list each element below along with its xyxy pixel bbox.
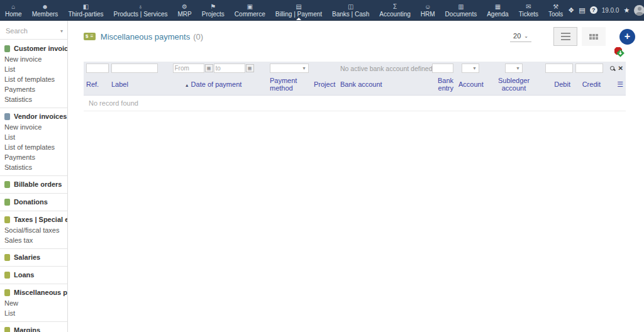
section-label: Salaries	[14, 253, 40, 261]
nav-tab-hrm[interactable]: ☺ HRM	[416, 0, 440, 20]
nav-label: MRP	[177, 11, 191, 18]
printer-icon[interactable]: ▤	[579, 6, 585, 14]
sidebar-item-statistics[interactable]: Statistics	[0, 94, 67, 104]
user-menu[interactable]: admin ▾	[634, 5, 644, 16]
sidebar-header-taxes[interactable]: Taxes | Special expe…	[0, 214, 67, 225]
column-header-bank-entry[interactable]: Bank entry	[426, 77, 456, 92]
column-header-credit[interactable]: Credit	[573, 80, 603, 88]
sidebar-item-new[interactable]: New	[0, 298, 67, 308]
calendar-icon[interactable]: ▦	[246, 64, 254, 72]
list-view-icon	[561, 36, 570, 37]
sidebar-header-donations[interactable]: Donations	[0, 196, 67, 208]
column-header-bank-account[interactable]: Bank account	[338, 80, 426, 88]
sidebar-item-statistics[interactable]: Statistics	[0, 162, 67, 172]
nav-tab-products-services[interactable]: ♁ Products | Services	[109, 0, 173, 20]
divider	[0, 211, 67, 211]
payment-badge-icon: $ ≡	[84, 33, 96, 40]
sidebar-section-miscellaneous-payments: Miscellaneous paym… New List	[0, 287, 67, 322]
filter-credit-input[interactable]	[575, 64, 603, 73]
nav-tab-mrp[interactable]: ⚙ MRP	[172, 0, 196, 20]
column-header-debit[interactable]: Debit	[543, 80, 573, 88]
filter-subledger-select[interactable]: ▼	[505, 64, 523, 73]
new-record-button[interactable]: +	[619, 29, 635, 45]
list-view-button[interactable]	[553, 27, 577, 46]
sidebar-item-new-invoice[interactable]: New invoice	[0, 54, 67, 64]
sidebar-item-list-of-templates[interactable]: List of templates	[0, 74, 67, 84]
nav-tab-agenda[interactable]: ▦ Agenda	[482, 0, 513, 20]
sidebar-item-list-of-templates[interactable]: List of templates	[0, 142, 67, 152]
sidebar-header-customer-invoices[interactable]: Customer invoices	[0, 43, 67, 54]
sidebar-item-payments[interactable]: Payments	[0, 84, 67, 94]
page-title: Miscellaneous payments	[101, 32, 190, 42]
column-header-date-label: Date of payment	[191, 80, 242, 88]
filter-date-to-input[interactable]	[214, 64, 245, 73]
sidebar-item-list[interactable]: List	[0, 132, 67, 142]
member-icon: ☻	[42, 4, 48, 10]
title-bar: $ ≡ Miscellaneous payments (0) 20 ⌄ +	[84, 26, 635, 47]
filter-debit-input[interactable]	[545, 64, 573, 73]
sidebar-item-list[interactable]: List	[0, 308, 67, 318]
nav-tab-commerce[interactable]: ▣ Commerce	[230, 0, 270, 20]
search-filter-icon[interactable]	[610, 66, 614, 70]
grid-view-button[interactable]	[582, 27, 606, 46]
filter-label-input[interactable]	[111, 64, 158, 73]
nav-tab-billing-payment[interactable]: ▤ Billing | Payment	[270, 0, 327, 20]
gear-icon: ⚙	[182, 4, 187, 10]
filter-ref-input[interactable]	[86, 64, 109, 73]
column-header-account[interactable]: Account	[456, 80, 485, 88]
sidebar-header-miscellaneous-payments[interactable]: Miscellaneous paym…	[0, 287, 67, 298]
nav-tab-tools[interactable]: ⚒ Tools	[543, 0, 568, 20]
home-icon: ⌂	[11, 4, 15, 10]
sidebar-section-vendor-invoices: Vendor invoices New invoice List List of…	[0, 111, 67, 176]
invoice-icon: ▤	[296, 4, 301, 10]
select-columns-icon[interactable]: ☰	[617, 80, 623, 88]
bookmark-star-icon[interactable]: ★	[623, 6, 630, 14]
sidebar-item-social-fiscal-taxes[interactable]: Social/fiscal taxes	[0, 225, 67, 235]
chevron-down-icon: ▼	[302, 66, 306, 70]
sidebar-item-sales-tax[interactable]: Sales tax	[0, 235, 67, 245]
section-label: Taxes | Special expe…	[14, 216, 67, 223]
column-header-payment-method[interactable]: Payment method	[267, 77, 311, 92]
invoice-icon	[4, 113, 10, 120]
nav-tab-accounting[interactable]: Σ Accounting	[374, 0, 415, 20]
filter-payment-method-select[interactable]: ▼	[270, 64, 309, 73]
sidebar-item-list[interactable]: List	[0, 64, 67, 74]
nav-tab-documents[interactable]: ▥ Documents	[440, 0, 482, 20]
page-size-select[interactable]: 20 ⌄	[510, 31, 531, 42]
nav-tab-projects[interactable]: ⚑ Projects	[197, 0, 230, 20]
calendar-icon[interactable]: ▦	[205, 64, 213, 72]
section-label: Loans	[14, 271, 34, 279]
filter-bank-entry-input[interactable]	[432, 64, 453, 73]
nav-tab-third-parties[interactable]: ◧ Third-parties	[63, 0, 108, 20]
column-header-ref[interactable]: Ref.	[84, 80, 109, 88]
search-input[interactable]	[4, 26, 51, 35]
column-header-subledger[interactable]: Subledger account	[485, 77, 543, 92]
filter-date-from-input[interactable]	[173, 64, 204, 73]
clear-filter-icon[interactable]: ✕	[618, 65, 623, 72]
tools-icon: ⚒	[553, 4, 558, 10]
top-right-toolbar: ❖ ▤ ? 19.0.0 ★ admin ▾	[568, 0, 644, 20]
filter-account-select[interactable]: ▼	[462, 64, 479, 73]
sidebar-header-loans[interactable]: Loans	[0, 269, 67, 280]
sidebar-header-billable-orders[interactable]: Billable orders	[0, 179, 67, 190]
column-header-date[interactable]: ▲Date of payment	[159, 80, 267, 88]
nav-tab-members[interactable]: ☻ Members	[27, 0, 64, 20]
nav-tab-home[interactable]: ⌂ Home	[0, 0, 27, 20]
sidebar-header-salaries[interactable]: Salaries	[0, 252, 67, 263]
sidebar-header-vendor-invoices[interactable]: Vendor invoices	[0, 111, 67, 122]
chevron-down-icon: ⌄	[524, 33, 528, 39]
nav-tab-banks-cash[interactable]: ◫ Banks | Cash	[327, 0, 374, 20]
salary-icon	[4, 254, 10, 261]
sidebar-item-payments[interactable]: Payments	[0, 152, 67, 162]
column-header-label[interactable]: Label	[109, 80, 159, 88]
nav-tab-tickets[interactable]: ✉ Tickets	[514, 0, 543, 20]
bank-account-notice: No active bank account defined	[340, 65, 433, 72]
nav-label: Members	[32, 11, 58, 18]
help-icon[interactable]: ?	[590, 6, 597, 14]
sidebar-item-new-invoice[interactable]: New invoice	[0, 122, 67, 132]
divider	[0, 193, 67, 194]
record-count: (0)	[193, 32, 203, 42]
sidebar-header-margins[interactable]: Margins	[0, 324, 67, 332]
column-header-project[interactable]: Project	[311, 80, 338, 88]
bug-report-icon[interactable]: ❖	[568, 6, 574, 14]
